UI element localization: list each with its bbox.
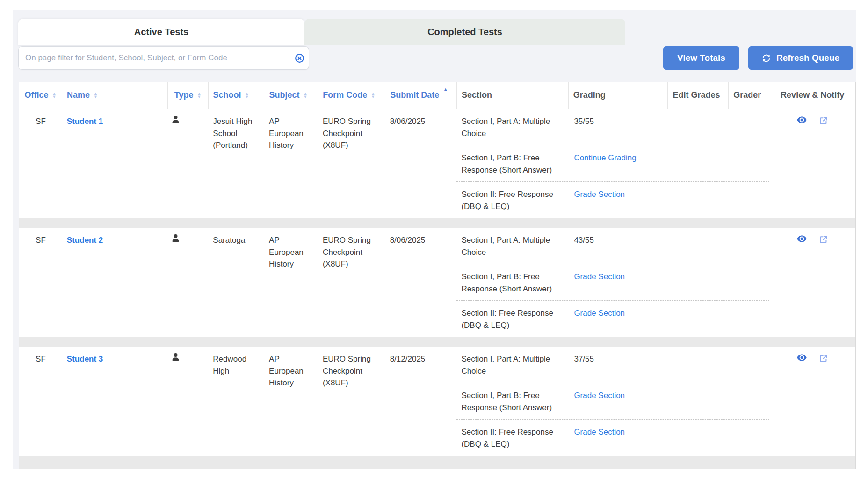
form-code-cell: EURO Spring Checkpoint (X8UF) xyxy=(318,228,385,337)
share-icon xyxy=(819,235,828,244)
column-header-section: Section xyxy=(457,82,569,109)
sort-ascending-icon: ▲ xyxy=(443,87,448,92)
review-button[interactable] xyxy=(797,354,807,361)
table-row: SF Student 2 Saratoga AP European Histor… xyxy=(19,228,855,337)
tests-table: Office ▲▼ Name ▲▼ Type ▲▼ School ▲▼ Subj… xyxy=(19,82,856,469)
section-name: Section II: Free Response (DBQ & LEQ) xyxy=(456,182,568,218)
grader-cell xyxy=(729,347,769,383)
sort-icon: ▲▼ xyxy=(303,92,307,99)
page-filter xyxy=(18,46,309,70)
column-header-type-label: Type xyxy=(174,90,194,100)
section-name: Section I, Part A: Multiple Choice xyxy=(456,109,568,145)
section-row: Section I, Part B: Free Response (Short … xyxy=(456,264,769,301)
school-cell: Saratoga xyxy=(208,228,264,337)
notify-button[interactable] xyxy=(819,354,828,363)
section-row: Section I, Part A: Multiple Choice 43/55 xyxy=(456,228,769,264)
student-name-link[interactable]: Student 2 xyxy=(67,236,103,245)
sort-icon: ▲▼ xyxy=(197,92,201,99)
section-name: Section I, Part A: Multiple Choice xyxy=(456,228,568,264)
office-cell: SF xyxy=(19,347,62,456)
sections-list: Section I, Part A: Multiple Choice 35/55… xyxy=(456,109,769,218)
grader-cell xyxy=(729,301,769,337)
grade-section-link[interactable]: Grade Section xyxy=(574,190,625,199)
grade-section-link[interactable]: Grade Section xyxy=(574,309,625,318)
table-row: SF Student 3 Redwood High AP European Hi… xyxy=(19,347,855,456)
name-cell: Student 1 xyxy=(62,109,168,218)
column-header-subject-label: Subject xyxy=(269,90,299,100)
review-button[interactable] xyxy=(797,116,807,123)
notify-button[interactable] xyxy=(819,116,828,125)
column-header-grading-label: Grading xyxy=(573,90,606,100)
grade-section-link[interactable]: Grade Section xyxy=(574,272,625,281)
name-cell: Student 2 xyxy=(62,228,168,337)
section-row: Section I, Part B: Free Response (Short … xyxy=(456,145,769,182)
type-cell xyxy=(167,228,208,337)
column-header-review-notify-label: Review & Notify xyxy=(781,90,844,100)
subject-cell: AP European History xyxy=(264,228,318,337)
queue-panel: Active Tests Completed Tests View Totals… xyxy=(13,10,856,469)
refresh-queue-button[interactable]: Refresh Queue xyxy=(748,46,853,70)
notify-button[interactable] xyxy=(819,235,828,244)
sections-list: Section I, Part A: Multiple Choice 37/55… xyxy=(456,347,769,456)
student-name-link[interactable]: Student 1 xyxy=(67,117,103,126)
column-header-submit-date-label: Submit Date xyxy=(390,90,439,100)
column-header-name-label: Name xyxy=(67,90,90,100)
column-header-school-label: School xyxy=(213,90,241,100)
edit-grades-cell xyxy=(668,383,729,419)
column-header-school[interactable]: School ▲▼ xyxy=(209,82,265,109)
grading-cell: Grade Section xyxy=(568,182,668,218)
tab-active-tests[interactable]: Active Tests xyxy=(18,19,304,45)
share-icon xyxy=(819,116,828,125)
filter-clear-button[interactable] xyxy=(290,53,309,63)
student-name-link[interactable]: Student 3 xyxy=(67,355,103,363)
grade-section-link[interactable]: Grade Section xyxy=(574,391,625,400)
column-header-edit-grades: Edit Grades xyxy=(668,82,729,109)
grading-cell: Continue Grading xyxy=(568,145,668,181)
tab-completed-tests[interactable]: Completed Tests xyxy=(304,19,625,45)
refresh-queue-label: Refresh Queue xyxy=(776,53,839,63)
section-row: Section I, Part A: Multiple Choice 35/55 xyxy=(456,109,769,145)
view-totals-button[interactable]: View Totals xyxy=(663,46,739,70)
form-code-cell: EURO Spring Checkpoint (X8UF) xyxy=(318,109,385,218)
edit-grades-cell xyxy=(668,228,729,264)
sort-icon: ▲▼ xyxy=(52,92,57,99)
row-separator xyxy=(19,456,855,469)
review-button[interactable] xyxy=(797,235,807,242)
person-icon xyxy=(172,353,179,361)
column-header-submit-date[interactable]: Submit Date ▲ xyxy=(385,82,457,109)
column-header-type[interactable]: Type ▲▼ xyxy=(168,82,209,109)
school-cell: Jesuit High School (Portland) xyxy=(208,109,264,218)
edit-grades-cell xyxy=(668,347,729,383)
section-score: 35/55 xyxy=(574,117,594,126)
column-header-grading: Grading xyxy=(569,82,668,109)
view-totals-label: View Totals xyxy=(677,53,725,63)
table-row: SF Student 1 Jesuit High School (Portlan… xyxy=(19,109,855,218)
column-header-subject[interactable]: Subject ▲▼ xyxy=(264,82,318,109)
subject-cell: AP European History xyxy=(264,109,318,218)
grade-section-link[interactable]: Continue Grading xyxy=(574,153,636,162)
column-header-section-label: Section xyxy=(462,90,492,100)
grader-cell xyxy=(729,182,769,218)
sort-icon: ▲▼ xyxy=(245,92,249,99)
edit-grades-cell xyxy=(668,420,729,456)
school-cell: Redwood High xyxy=(208,347,264,456)
grader-cell xyxy=(729,264,769,300)
column-header-office[interactable]: Office ▲▼ xyxy=(19,82,62,109)
column-header-form-code[interactable]: Form Code ▲▼ xyxy=(318,82,385,109)
table-header-row: Office ▲▼ Name ▲▼ Type ▲▼ School ▲▼ Subj… xyxy=(19,82,855,109)
section-score: 43/55 xyxy=(574,236,594,245)
grading-cell: 35/55 xyxy=(568,109,668,145)
section-row: Section II: Free Response (DBQ & LEQ) Gr… xyxy=(456,420,769,456)
sort-icon: ▲▼ xyxy=(371,92,375,99)
edit-grades-cell xyxy=(668,264,729,300)
grading-cell: 37/55 xyxy=(568,347,668,383)
section-name: Section II: Free Response (DBQ & LEQ) xyxy=(456,301,568,337)
eye-icon xyxy=(797,116,807,123)
grader-cell xyxy=(729,228,769,264)
column-header-grader-label: Grader xyxy=(733,90,761,100)
column-header-name[interactable]: Name ▲▼ xyxy=(62,82,168,109)
page-filter-input[interactable] xyxy=(19,53,290,63)
grade-section-link[interactable]: Grade Section xyxy=(574,427,625,436)
form-code-cell: EURO Spring Checkpoint (X8UF) xyxy=(318,347,385,456)
grader-cell xyxy=(729,383,769,419)
